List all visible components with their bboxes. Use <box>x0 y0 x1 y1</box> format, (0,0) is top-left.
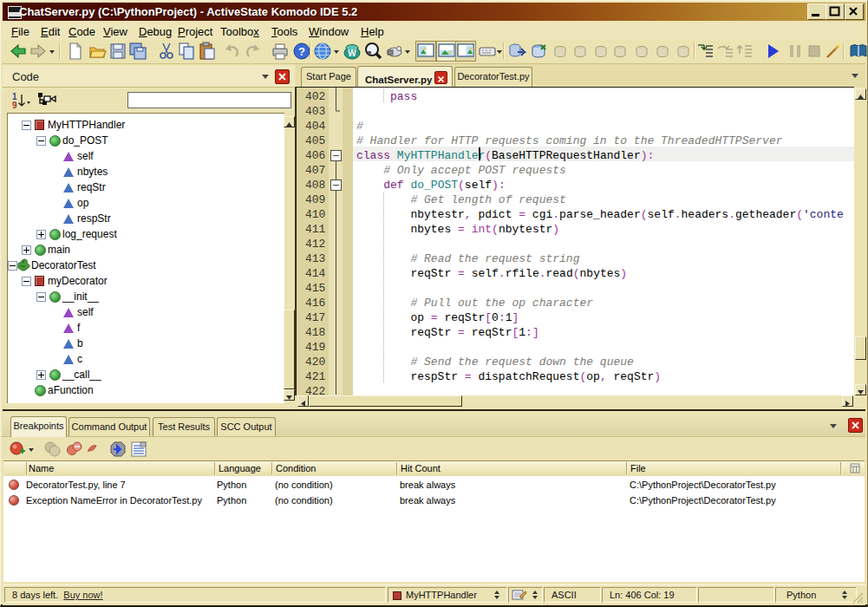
svg-text:?: ? <box>298 45 305 58</box>
svg-text:9: 9 <box>12 101 17 109</box>
svg-text:W: W <box>348 49 356 58</box>
